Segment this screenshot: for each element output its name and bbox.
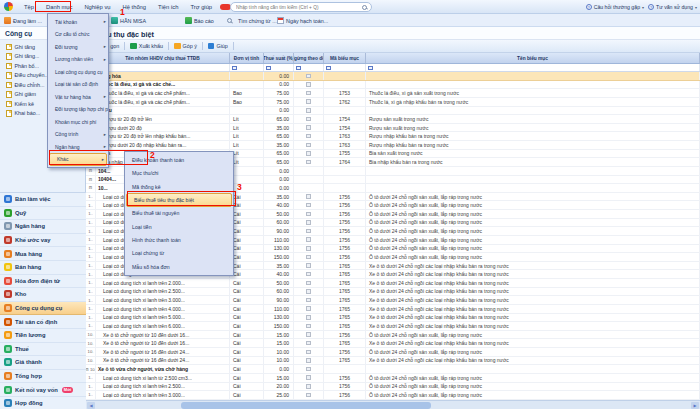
sidebar-module-item[interactable]: Thuế xyxy=(0,343,86,357)
submenu-item[interactable]: Hình thức thanh toán xyxy=(125,233,233,246)
stop-tracking-checkbox[interactable] xyxy=(306,384,311,389)
table-row[interactable]: ⊟ 10. Xe ô tô vừa chở người, vừa chở hàn… xyxy=(86,365,700,374)
global-search[interactable] xyxy=(230,2,372,12)
toolbar-button[interactable]: Giúp xyxy=(203,43,233,50)
menu-tep[interactable]: Tệp xyxy=(18,2,40,12)
stop-tracking-checkbox[interactable] xyxy=(306,82,311,87)
scroll-left-icon[interactable]: ◀ xyxy=(87,402,95,409)
tree-toggle-icon[interactable]: 1.. xyxy=(86,253,96,261)
stop-tracking-checkbox[interactable] xyxy=(306,315,311,320)
stop-tracking-checkbox[interactable] xyxy=(306,263,311,268)
tree-toggle-icon[interactable]: 1.. xyxy=(86,279,96,287)
menu-item[interactable]: Loại công cụ dụng cụ xyxy=(48,66,108,79)
table-row[interactable]: 10. Xe ô tô chở người từ 10 đến dưới 16.… xyxy=(86,331,700,340)
stop-tracking-checkbox[interactable] xyxy=(306,324,311,329)
stop-tracking-checkbox[interactable] xyxy=(306,194,311,199)
report-button[interactable]: Báo cáo xyxy=(185,14,214,27)
tree-toggle-icon[interactable]: 1.. xyxy=(86,391,96,399)
stop-tracking-checkbox[interactable] xyxy=(306,151,311,156)
menu-item[interactable]: Đối tượng tập hợp chi phí xyxy=(48,103,108,116)
menu-item[interactable]: Khác ▸ xyxy=(49,153,107,166)
table-row[interactable]: 1.. Loại có dung tích xi lanh trên 6.000… xyxy=(86,322,700,331)
stop-tracking-checkbox[interactable] xyxy=(306,289,311,294)
table-row[interactable]: 1.. Thuốc lá điếu, xì gà và các chế phẩm… xyxy=(86,98,700,107)
table-row[interactable]: 1.. Rượu từ 20 độ trở lên Lít 65.00 1754… xyxy=(86,115,700,124)
sidebar-module-item[interactable]: Quỹ xyxy=(0,207,86,221)
help-link[interactable]: ? Câu hỏi thường gặp ▾ xyxy=(586,4,644,10)
tree-toggle-icon[interactable]: 10. xyxy=(86,357,96,365)
tree-toggle-icon[interactable]: 1.. xyxy=(86,296,96,304)
stop-tracking-checkbox[interactable] xyxy=(306,117,311,122)
table-row[interactable]: 1.. Rượu dưới 20 độ Lít 35.00 1754 Rượu … xyxy=(86,124,700,133)
toolbar-button[interactable]: Xuất khẩu xyxy=(125,43,168,50)
sidebar-module-item[interactable]: Tổng hợp xyxy=(0,370,86,384)
col-ma-bieu-muc[interactable]: Mã biểu mục xyxy=(324,53,366,63)
tree-toggle-icon[interactable]: 10. xyxy=(86,339,96,347)
toolbar-button[interactable]: Góp ý xyxy=(169,43,202,50)
table-row[interactable]: 1.. Loại có dung tích xi lanh trên 3.000… xyxy=(86,296,700,305)
submenu-item[interactable]: Loại chứng từ xyxy=(125,247,233,260)
submenu-item[interactable]: Mục thu/chi xyxy=(125,167,233,180)
menu-item[interactable]: Khoản mục chi phí xyxy=(48,116,108,129)
table-row[interactable]: 1.. Rượu dưới 20 độ nhập khẩu bán ra... … xyxy=(86,141,700,150)
tree-toggle-icon[interactable]: 1.. xyxy=(86,322,96,330)
table-row[interactable]: 1.. Rượu từ 20 độ trở lên nhập khẩu bán.… xyxy=(86,132,700,141)
tree-toggle-icon[interactable]: 1.. xyxy=(86,314,96,322)
stop-tracking-checkbox[interactable] xyxy=(306,350,311,355)
filter-icon[interactable] xyxy=(232,66,237,71)
sidebar-module-item[interactable]: Giá thành xyxy=(0,356,86,370)
stop-tracking-checkbox[interactable] xyxy=(306,91,311,96)
stop-tracking-checkbox[interactable] xyxy=(306,125,311,130)
submenu-item[interactable]: Điều khoản thanh toán xyxy=(125,154,233,167)
sidebar-module-item[interactable]: Kho xyxy=(0,288,86,302)
tree-toggle-icon[interactable]: 1.. xyxy=(86,305,96,313)
menu-tien-ich[interactable]: Tiện ích xyxy=(152,2,184,12)
menu-item[interactable]: Đối tượng ▸ xyxy=(48,41,108,54)
stop-tracking-checkbox[interactable] xyxy=(306,281,311,286)
col-ten-bieu-muc[interactable]: Tên biểu mục xyxy=(366,53,700,63)
sidebar-module-item[interactable]: Ngân hàng xyxy=(0,220,86,234)
menu-he-thong[interactable]: Hệ thống xyxy=(117,2,153,12)
filter-icon[interactable] xyxy=(266,66,271,71)
sidebar-module-item[interactable]: Khế ước vay xyxy=(0,234,86,248)
scrollbar-thumb[interactable] xyxy=(181,402,431,409)
sidebar-module-item[interactable]: Hợp đồng xyxy=(0,397,86,409)
stop-tracking-checkbox[interactable] xyxy=(306,160,311,165)
scroll-right-icon[interactable]: ▶ xyxy=(691,402,699,409)
col-ten-nhom[interactable]: Tên nhóm HHDV chịu thuế TTĐB xyxy=(96,53,230,63)
tree-toggle-icon[interactable]: 1.. xyxy=(86,374,96,382)
tree-toggle-icon[interactable]: 1.. xyxy=(86,262,96,270)
sidebar-module-item[interactable]: Kết nối vay vốn Mới xyxy=(0,383,86,397)
sidebar-module-item[interactable]: Bán hàng xyxy=(0,261,86,275)
stop-tracking-checkbox[interactable] xyxy=(306,375,311,380)
stop-tracking-checkbox[interactable] xyxy=(306,393,311,398)
stop-tracking-checkbox[interactable] xyxy=(306,134,311,139)
menu-item[interactable]: Tài khoản ▸ xyxy=(48,16,108,29)
table-row[interactable]: 1.. Thuốc lá điếu, xì gà và các chế phẩm… xyxy=(86,89,700,98)
stop-tracking-checkbox[interactable] xyxy=(306,220,311,225)
menu-item[interactable]: Loại tài sản cố định xyxy=(48,78,108,91)
tree-toggle-icon[interactable]: ⊟ xyxy=(86,167,96,175)
sidebar-module-item[interactable]: Tiền lương xyxy=(0,329,86,343)
sidebar-module-item[interactable]: Công cụ dụng cụ xyxy=(0,302,86,316)
sidebar-module-item[interactable]: Mua hàng xyxy=(0,247,86,261)
table-row[interactable]: ⊟ Hàng hóa 0.00 xyxy=(86,72,700,81)
sidebar-module-item[interactable]: Bàn làm việc xyxy=(0,193,86,207)
stop-tracking-checkbox[interactable] xyxy=(306,358,311,363)
tree-toggle-icon[interactable]: ⊟ 10. xyxy=(86,365,96,373)
menu-item[interactable]: Vật tư hàng hóa ▸ xyxy=(48,91,108,104)
stop-tracking-checkbox[interactable] xyxy=(306,143,311,148)
tree-toggle-icon[interactable]: 1.. xyxy=(86,236,96,244)
submenu-item[interactable]: Mã thống kê xyxy=(125,180,233,193)
tree-toggle-icon[interactable]: ⊟ xyxy=(86,176,96,184)
posting-date-button[interactable]: Ngày hạch toán... xyxy=(277,14,328,27)
tree-toggle-icon[interactable]: 1.. xyxy=(86,193,96,201)
stop-tracking-checkbox[interactable] xyxy=(306,367,311,372)
help-link[interactable]: ? Tư vấn sử dụng ▾ xyxy=(648,4,697,10)
tree-toggle-icon[interactable]: 1.. xyxy=(86,210,96,218)
stop-tracking-checkbox[interactable] xyxy=(306,108,311,113)
stop-tracking-checkbox[interactable] xyxy=(306,203,311,208)
stop-tracking-checkbox[interactable] xyxy=(306,212,311,217)
table-row[interactable]: 1.. Loại có dung tích xi lanh trên 2.500… xyxy=(86,383,700,392)
filter-icon[interactable] xyxy=(368,66,373,71)
